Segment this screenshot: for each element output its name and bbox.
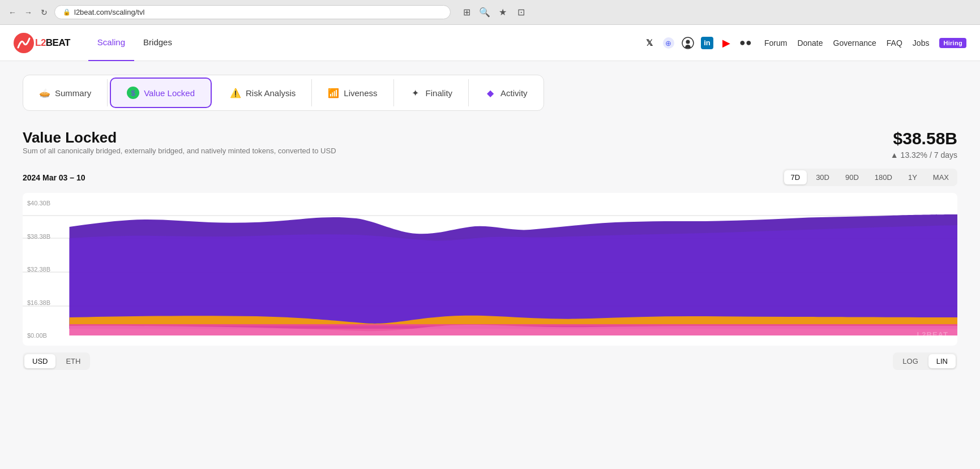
risk-icon: ⚠️ bbox=[230, 87, 241, 98]
tab-risk-label: Risk Analysis bbox=[246, 88, 296, 98]
extensions-icon[interactable]: ⊡ bbox=[514, 6, 528, 19]
tab-finality[interactable]: ✦ Finality bbox=[394, 79, 469, 106]
medium-icon[interactable]: ●● bbox=[739, 37, 752, 49]
tab-activity-label: Activity bbox=[500, 88, 528, 98]
tab-liveness-label: Liveness bbox=[344, 88, 377, 98]
svg-point-4 bbox=[686, 40, 690, 44]
tab-finality-label: Finality bbox=[426, 88, 453, 98]
logo-icon bbox=[14, 33, 34, 53]
time-btn-180d[interactable]: 180D bbox=[868, 170, 899, 184]
nav-scaling[interactable]: Scaling bbox=[88, 25, 134, 61]
time-btn-30d[interactable]: 30D bbox=[809, 170, 836, 184]
github-icon[interactable] bbox=[682, 37, 694, 49]
date-range-row: 2024 Mar 03 – 10 7D 30D 90D 180D 1Y MAX bbox=[23, 169, 957, 186]
tab-value-locked-label: Value Locked bbox=[144, 88, 195, 98]
hiring-badge[interactable]: Hiring bbox=[939, 38, 966, 48]
nav-links: Scaling Bridges bbox=[88, 25, 181, 61]
vl-title-block: Value Locked Sum of all canonically brid… bbox=[23, 129, 336, 164]
twitter-x-icon[interactable]: 𝕏 bbox=[643, 37, 656, 49]
currency-usd-btn[interactable]: USD bbox=[24, 354, 55, 368]
faq-link[interactable]: FAQ bbox=[887, 38, 902, 48]
main-nav: L2BEAT Scaling Bridges 𝕏 ⊕ in ▶ ●● Forum… bbox=[0, 25, 980, 61]
currency-eth-btn[interactable]: ETH bbox=[58, 354, 88, 368]
discord-icon[interactable]: ⊕ bbox=[662, 37, 675, 49]
nav-text-links: Forum Donate Governance FAQ Jobs Hiring bbox=[764, 38, 966, 48]
tab-value-locked[interactable]: $ Value Locked bbox=[110, 78, 212, 108]
logo[interactable]: L2BEAT bbox=[14, 33, 70, 53]
zoom-icon[interactable]: 🔍 bbox=[478, 6, 491, 19]
scale-lin-btn[interactable]: LIN bbox=[928, 354, 956, 368]
chart-controls: USD ETH LOG LIN bbox=[23, 352, 957, 370]
governance-link[interactable]: Governance bbox=[833, 38, 876, 48]
bookmark-icon[interactable]: ★ bbox=[496, 6, 510, 19]
value-locked-subtitle: Sum of all canonically bridged, external… bbox=[23, 147, 336, 155]
value-locked-amount: $38.58B bbox=[891, 129, 957, 148]
nav-right: 𝕏 ⊕ in ▶ ●● Forum Donate Governance FAQ … bbox=[643, 37, 966, 49]
tab-activity[interactable]: ◆ Activity bbox=[469, 79, 544, 106]
browser-chrome: ← → ↻ 🔒 l2beat.com/scaling/tvl ⊞ 🔍 ★ ⊡ bbox=[0, 0, 980, 25]
time-btn-max[interactable]: MAX bbox=[926, 170, 956, 184]
time-buttons: 7D 30D 90D 180D 1Y MAX bbox=[782, 169, 958, 186]
chart-watermark: L2BEAT bbox=[917, 330, 948, 339]
currency-buttons: USD ETH bbox=[23, 352, 90, 370]
tab-summary-label: Summary bbox=[55, 88, 91, 98]
value-locked-title: Value Locked bbox=[23, 129, 336, 147]
url-text: l2beat.com/scaling/tvl bbox=[74, 8, 144, 16]
forward-button[interactable]: → bbox=[23, 7, 34, 18]
summary-icon: 🥧 bbox=[39, 87, 50, 98]
liveness-icon: 📶 bbox=[328, 87, 339, 98]
youtube-icon[interactable]: ▶ bbox=[720, 37, 733, 49]
social-icons: 𝕏 ⊕ in ▶ ●● bbox=[643, 37, 752, 49]
chart-container: $40.30B $38.38B $32.38B $16.38B $0.00B L… bbox=[23, 193, 957, 346]
translate-icon[interactable]: ⊞ bbox=[460, 6, 473, 19]
back-button[interactable]: ← bbox=[7, 7, 18, 18]
svg-text:⊕: ⊕ bbox=[665, 39, 671, 48]
time-btn-7d[interactable]: 7D bbox=[784, 170, 807, 184]
tvl-chart bbox=[23, 193, 957, 346]
url-lock-icon: 🔒 bbox=[63, 8, 71, 16]
tab-summary[interactable]: 🥧 Summary bbox=[23, 79, 108, 106]
scale-log-btn[interactable]: LOG bbox=[895, 354, 926, 368]
tab-bar: 🥧 Summary $ Value Locked ⚠️ Risk Analysi… bbox=[23, 75, 544, 111]
time-btn-1y[interactable]: 1Y bbox=[901, 170, 924, 184]
browser-actions: ⊞ 🔍 ★ ⊡ bbox=[460, 6, 528, 19]
time-btn-90d[interactable]: 90D bbox=[838, 170, 866, 184]
tab-risk-analysis[interactable]: ⚠️ Risk Analysis bbox=[214, 79, 312, 106]
logo-text: L2BEAT bbox=[35, 37, 70, 49]
donate-link[interactable]: Donate bbox=[797, 38, 823, 48]
value-locked-icon: $ bbox=[127, 87, 139, 99]
value-locked-change: ▲ 13.32% / 7 days bbox=[891, 150, 957, 160]
nav-bridges[interactable]: Bridges bbox=[134, 25, 181, 61]
change-pct: ▲ 13.32% bbox=[891, 150, 927, 160]
finality-icon: ✦ bbox=[410, 87, 421, 98]
url-bar[interactable]: 🔒 l2beat.com/scaling/tvl bbox=[54, 5, 451, 19]
value-locked-header: Value Locked Sum of all canonically brid… bbox=[23, 129, 957, 164]
forum-link[interactable]: Forum bbox=[764, 38, 787, 48]
activity-icon: ◆ bbox=[485, 87, 496, 98]
jobs-link[interactable]: Jobs bbox=[913, 38, 930, 48]
scale-buttons: LOG LIN bbox=[893, 352, 957, 370]
refresh-button[interactable]: ↻ bbox=[38, 7, 50, 18]
change-period: / 7 days bbox=[927, 150, 957, 160]
tab-liveness[interactable]: 📶 Liveness bbox=[312, 79, 393, 106]
page-content: 🥧 Summary $ Value Locked ⚠️ Risk Analysi… bbox=[0, 61, 980, 384]
linkedin-icon[interactable]: in bbox=[701, 37, 713, 49]
date-range-text: 2024 Mar 03 – 10 bbox=[23, 173, 85, 182]
vl-amount-block: $38.58B ▲ 13.32% / 7 days bbox=[891, 129, 957, 160]
